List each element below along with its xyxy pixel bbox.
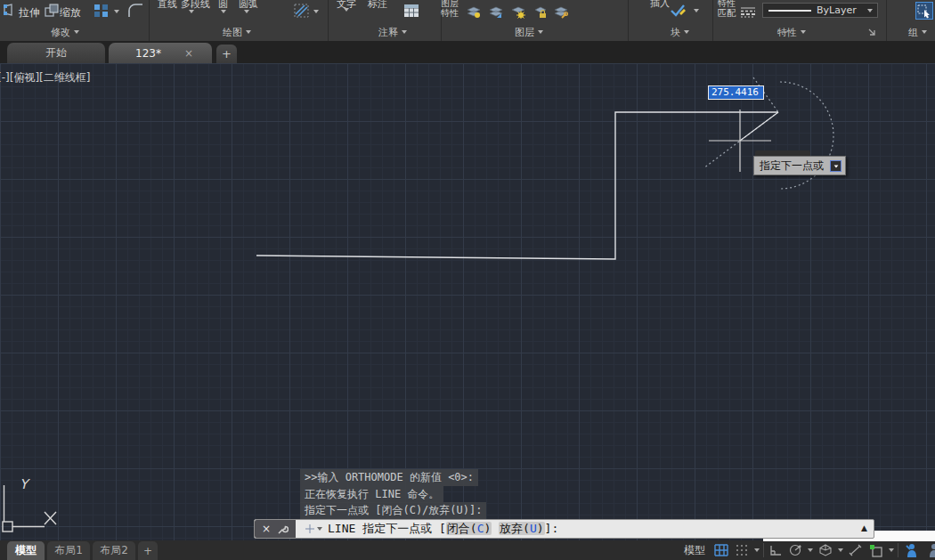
tab-model[interactable]: 模型	[7, 541, 45, 560]
lineweight-select[interactable]: ByLayer	[762, 3, 878, 18]
panel-expand-icon[interactable]	[867, 28, 876, 37]
layer-freeze-icon[interactable]	[489, 5, 503, 19]
command-dock-grip[interactable]: ×	[255, 520, 296, 538]
panel-divider	[149, 0, 150, 41]
new-tab-button[interactable]: +	[216, 45, 237, 63]
lineweight-value: ByLayer	[817, 4, 857, 16]
status-separator	[763, 543, 764, 557]
polyline-button[interactable]: 多段线	[181, 0, 210, 11]
dropdown-arrow-icon	[867, 9, 873, 12]
insert-icon[interactable]	[670, 3, 687, 18]
close-icon[interactable]: ×	[262, 523, 271, 534]
dropdown-arrow-icon	[801, 30, 806, 34]
draw-panel-label[interactable]: 绘图	[223, 26, 251, 38]
snap-toggle-icon[interactable]	[734, 541, 751, 559]
tooltip-options-icon[interactable]	[830, 160, 842, 172]
snap-dropdown-icon[interactable]	[754, 548, 760, 552]
dropdown-arrow-icon	[538, 30, 543, 34]
scale-button[interactable]: 缩放	[60, 5, 81, 20]
customize-wrench-icon[interactable]	[277, 523, 289, 535]
history-expand-icon[interactable]: ▲	[861, 523, 867, 532]
layer-settings-icon[interactable]	[554, 5, 568, 19]
text-dropdown-icon[interactable]	[344, 8, 349, 12]
hatch-icon[interactable]	[294, 4, 309, 18]
command-history-line: 指定下一点或 [闭合(C)/放弃(U)]:	[300, 502, 486, 519]
command-history-line: >>输入 ORTHOMODE 的新值 <0>:	[300, 469, 478, 486]
tab-start[interactable]: 开始	[7, 43, 105, 63]
stretch-button[interactable]: 拉伸	[19, 5, 40, 20]
array-icon[interactable]	[94, 4, 109, 18]
group-panel-label[interactable]: 组	[908, 26, 927, 38]
match-properties-button[interactable]: 特性匹配	[715, 0, 738, 18]
dimension-button[interactable]: 标注	[368, 0, 387, 11]
dropdown-arrow-icon	[922, 30, 927, 34]
properties-panel-label[interactable]: 特性	[777, 26, 806, 38]
tab-layout2[interactable]: 布局2	[93, 541, 135, 560]
rubber-band-line	[740, 112, 778, 141]
file-tab-bar: 开始 123* × +	[0, 41, 935, 63]
layer-on-icon[interactable]	[467, 5, 481, 19]
circle-dropdown-icon[interactable]	[221, 10, 226, 13]
grid-toggle-icon[interactable]	[712, 541, 730, 559]
autocad-window: 拉伸 缩放 修改 直线 多段线 圆 圆弧 绘图 文字 标注 注释 图层特性 图	[0, 0, 935, 560]
array-dropdown-icon[interactable]	[114, 10, 119, 13]
ucs-y-label: Y	[20, 476, 30, 492]
ucs-icon: Y	[3, 476, 56, 532]
dropdown-arrow-icon	[684, 30, 689, 34]
object-snap-tracking-toggle-icon[interactable]	[847, 541, 864, 559]
dropdown-arrow-icon	[74, 30, 79, 34]
polar-dropdown-icon[interactable]	[808, 548, 813, 552]
isodraft-dropdown-icon[interactable]	[838, 548, 843, 552]
new-layout-button[interactable]: +	[138, 541, 158, 560]
tab-drawing-123[interactable]: 123* ×	[109, 43, 212, 63]
command-prompt-icon	[305, 523, 315, 534]
lineweight-icon[interactable]	[740, 6, 756, 18]
annotate-panel-label[interactable]: 注释	[378, 26, 407, 38]
option-undo[interactable]: 放弃(U)	[499, 522, 544, 535]
model-space-toggle[interactable]: 模型	[680, 543, 709, 558]
layer-lock-icon[interactable]	[534, 5, 548, 19]
stretch-icon[interactable]	[4, 4, 18, 17]
drawing-canvas[interactable]: [-][俯视][二维线框] Y X	[0, 63, 935, 540]
block-panel-label[interactable]: 块	[671, 26, 689, 38]
osnap-dropdown-icon[interactable]	[889, 548, 894, 552]
recent-commands-icon[interactable]	[317, 527, 322, 531]
group-selection-icon[interactable]	[915, 2, 933, 20]
scale-icon[interactable]	[45, 4, 59, 17]
object-snap-toggle-icon[interactable]	[867, 541, 885, 559]
dropdown-arrow-icon	[246, 30, 251, 34]
autoscale-annotation-icon[interactable]	[924, 541, 935, 559]
modify-panel-label[interactable]: 修改	[51, 26, 79, 38]
dropdown-arrow-icon	[402, 30, 407, 34]
panel-divider	[628, 0, 629, 41]
option-close[interactable]: 闭合(C)	[446, 522, 492, 535]
layer-properties-button[interactable]: 图层特性	[438, 0, 461, 18]
drawn-lines	[256, 112, 778, 259]
layer-thaw-icon[interactable]	[511, 5, 526, 19]
isodraft-toggle-icon[interactable]	[817, 541, 834, 559]
status-toggles: 模型	[680, 540, 935, 560]
command-input[interactable]: LINE 指定下一点或 [闭合(C) 放弃(U)]:	[328, 521, 558, 537]
hatch-dropdown-icon[interactable]	[313, 10, 319, 13]
tab-layout1[interactable]: 布局1	[47, 541, 90, 560]
line-button[interactable]: 直线	[158, 0, 177, 11]
arc-dropdown-icon[interactable]	[244, 10, 249, 13]
ortho-toggle-icon[interactable]	[768, 541, 784, 559]
tab-close-icon[interactable]: ×	[184, 47, 193, 60]
polar-tracking-toggle-icon[interactable]	[787, 541, 804, 559]
fillet-icon[interactable]	[127, 3, 144, 18]
dynamic-input-field[interactable]: 275.4416	[708, 85, 764, 100]
lineweight-preview	[768, 10, 811, 12]
insert-dropdown-icon[interactable]	[694, 9, 699, 12]
polyline-dropdown-icon[interactable]	[189, 10, 194, 13]
table-icon[interactable]	[403, 4, 419, 18]
annotation-visibility-icon[interactable]	[902, 541, 921, 559]
insert-button[interactable]: 插入	[650, 0, 670, 10]
status-separator	[898, 543, 898, 557]
ribbon: 拉伸 缩放 修改 直线 多段线 圆 圆弧 绘图 文字 标注 注释 图层特性 图	[0, 0, 935, 41]
panel-divider	[886, 0, 887, 41]
layers-panel-label[interactable]: 图层	[515, 26, 543, 38]
panel-divider	[328, 0, 329, 41]
cursor-tooltip: 指定下一点或	[753, 156, 846, 175]
command-line-dock[interactable]: × LINE 指定下一点或 [闭合(C) 放弃(U)]: ▲	[254, 519, 874, 539]
